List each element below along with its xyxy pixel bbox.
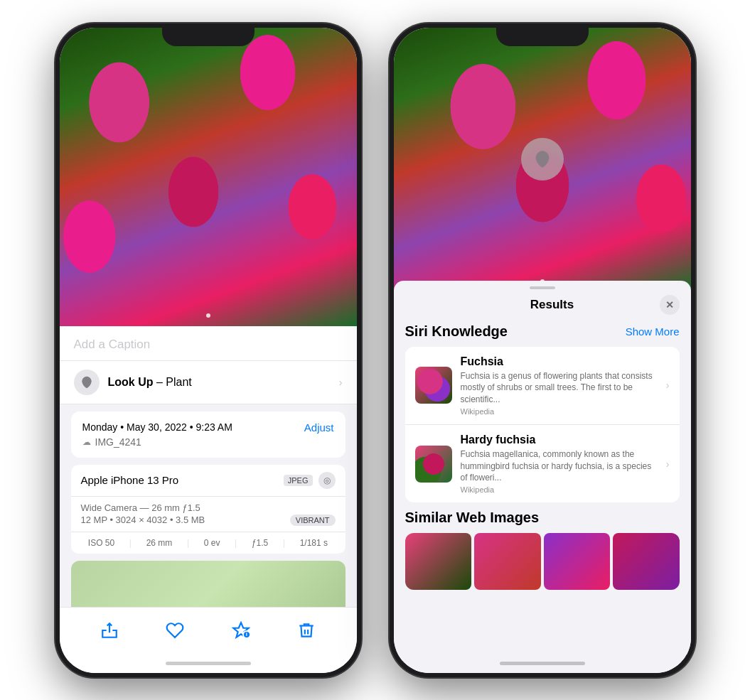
sheet-handle-bar <box>530 286 555 289</box>
exif-shutter: 1/181 s <box>300 538 328 548</box>
format-badge: JPEG <box>284 475 313 486</box>
lookup-suffix: – Plant <box>154 376 192 388</box>
map-image <box>71 561 345 607</box>
like-button[interactable] <box>161 616 189 645</box>
camera-dimensions: 12 MP • 3024 × 4032 • 3.5 MB <box>81 515 205 525</box>
photo-area-left[interactable] <box>60 28 357 326</box>
exif-ev: 0 ev <box>204 538 220 548</box>
info-badge-letter: i <box>246 631 247 637</box>
cloud-icon: ☁ <box>82 437 91 447</box>
siri-button[interactable] <box>521 138 564 181</box>
exif-sep2: | <box>187 538 189 548</box>
heart-icon <box>166 621 184 640</box>
phone-notch-left <box>162 23 255 46</box>
info-button[interactable]: i <box>227 616 255 645</box>
meta-row-top: Monday • May 30, 2022 • 9:23 AM Adjust <box>82 421 334 434</box>
fuchsia-thumbnail <box>415 367 452 404</box>
device-row: Apple iPhone 13 Pro JPEG ◎ <box>71 465 345 496</box>
fuchsia-name: Fuchsia <box>461 355 658 368</box>
left-screen: Add a Caption Look Up – Plant › Monday •… <box>60 28 357 673</box>
flower-image-left <box>60 28 357 326</box>
siri-knowledge-header: Siri Knowledge Show More <box>405 323 680 340</box>
exif-iso: ISO 50 <box>88 538 114 548</box>
right-phone: Results ✕ Siri Knowledge Show More Fuchs… <box>390 23 695 677</box>
fuchsia-text: Fuchsia Fuchsia is a genus of flowering … <box>461 355 658 416</box>
hardy-thumbnail <box>415 446 452 483</box>
siri-leaf-icon <box>532 149 552 169</box>
camera-line1: Wide Camera — 26 mm ƒ1.5 <box>81 502 336 513</box>
hardy-source: Wikipedia <box>461 485 658 494</box>
lookup-row[interactable]: Look Up – Plant › <box>60 361 357 404</box>
hardy-name: Hardy fuchsia <box>461 434 658 446</box>
results-sheet: Results ✕ Siri Knowledge Show More Fuchs… <box>394 281 691 659</box>
results-title: Results <box>445 298 660 312</box>
hardy-text: Hardy fuchsia Fuchsia magellanica, commo… <box>461 434 658 494</box>
camera-specs: Wide Camera — 26 mm ƒ1.5 12 MP • 3024 × … <box>71 496 345 532</box>
lookup-chevron: › <box>339 377 343 388</box>
knowledge-item-fuchsia[interactable]: Fuchsia Fuchsia is a genus of flowering … <box>405 347 680 424</box>
web-images-title: Similar Web Images <box>405 510 680 526</box>
vibrant-badge: VIBRANT <box>290 515 336 526</box>
web-image-1[interactable] <box>405 533 472 590</box>
share-icon <box>100 621 119 640</box>
exif-sep4: | <box>283 538 285 548</box>
device-section: Apple iPhone 13 Pro JPEG ◎ Wide Camera —… <box>71 465 345 554</box>
location-icon: ◎ <box>318 472 336 489</box>
lookup-icon <box>74 370 100 395</box>
fuchsia-chevron: › <box>666 379 670 391</box>
web-image-4[interactable] <box>613 533 680 590</box>
home-bar-left <box>166 662 251 665</box>
caption-placeholder[interactable]: Add a Caption <box>74 338 151 351</box>
adjust-button[interactable]: Adjust <box>304 421 334 434</box>
results-header: Results ✕ <box>394 292 691 323</box>
meta-section: Monday • May 30, 2022 • 9:23 AM Adjust ☁… <box>71 411 345 458</box>
phone-notch-right <box>496 23 589 46</box>
web-images-grid <box>405 533 680 590</box>
meta-date: Monday • May 30, 2022 • 9:23 AM <box>82 421 232 433</box>
photo-info-area: Add a Caption Look Up – Plant › Monday •… <box>60 326 357 607</box>
web-images-section: Similar Web Images <box>405 510 680 590</box>
caption-area[interactable]: Add a Caption <box>60 326 357 361</box>
knowledge-item-hardy[interactable]: Hardy fuchsia Fuchsia magellanica, commo… <box>405 424 680 502</box>
lookup-bold: Look Up <box>108 376 154 388</box>
leaf-icon <box>80 375 94 389</box>
close-button[interactable]: ✕ <box>660 295 680 315</box>
exif-sep3: | <box>235 538 237 548</box>
home-indicator-right <box>394 659 691 673</box>
show-more-button[interactable]: Show More <box>626 325 680 338</box>
trash-icon <box>297 621 316 640</box>
fuchsia-source: Wikipedia <box>461 407 658 416</box>
delete-button[interactable] <box>292 616 321 645</box>
knowledge-card: Fuchsia Fuchsia is a genus of flowering … <box>405 347 680 503</box>
meta-filename: ☁ IMG_4241 <box>82 436 334 448</box>
device-name: Apple iPhone 13 Pro <box>81 474 179 486</box>
siri-knowledge-title: Siri Knowledge <box>405 323 508 340</box>
map-thumbnail[interactable] <box>71 561 345 607</box>
exif-row: ISO 50 | 26 mm | 0 ev | ƒ1.5 | 1/181 s <box>71 532 345 554</box>
exif-sep1: | <box>129 538 132 548</box>
hardy-desc: Fuchsia magellanica, commonly known as t… <box>461 448 658 484</box>
left-phone: Add a Caption Look Up – Plant › Monday •… <box>55 23 361 677</box>
page-indicator-left <box>206 313 210 318</box>
web-image-3[interactable] <box>544 533 611 590</box>
sheet-handle <box>394 281 691 292</box>
exif-mm: 26 mm <box>146 538 173 548</box>
home-bar-right <box>500 662 585 665</box>
share-button[interactable] <box>95 616 124 645</box>
results-content: Siri Knowledge Show More Fuchsia Fuchsia… <box>394 323 691 659</box>
info-badge: i <box>242 630 251 639</box>
exif-aperture: ƒ1.5 <box>252 538 268 548</box>
lookup-label: Look Up – Plant <box>108 376 331 389</box>
fuchsia-desc: Fuchsia is a genus of flowering plants t… <box>461 370 658 406</box>
photo-area-right[interactable] <box>394 28 691 291</box>
web-image-2[interactable] <box>474 533 541 590</box>
camera-line2: 12 MP • 3024 × 4032 • 3.5 MB VIBRANT <box>81 515 336 526</box>
right-screen: Results ✕ Siri Knowledge Show More Fuchs… <box>394 28 691 673</box>
hardy-chevron: › <box>666 458 670 470</box>
device-badges: JPEG ◎ <box>284 472 336 489</box>
home-indicator-left <box>60 659 357 673</box>
bottom-toolbar-left: i <box>60 607 357 659</box>
filename-text: IMG_4241 <box>95 436 141 448</box>
